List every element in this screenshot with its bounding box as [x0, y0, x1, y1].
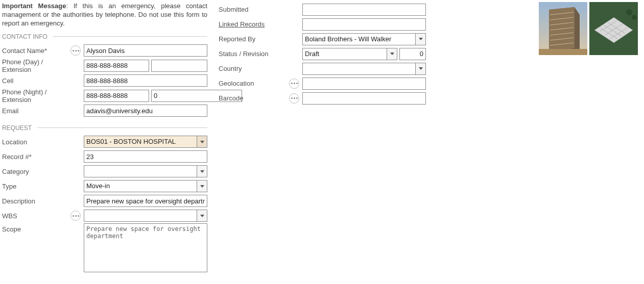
record-no-input[interactable] — [84, 150, 207, 163]
wbs-select-value — [84, 210, 197, 221]
geolocation-picker-button[interactable] — [289, 79, 299, 89]
label-description: Description — [2, 197, 67, 205]
label-geolocation: Geolocation — [219, 80, 286, 87]
chevron-down-icon[interactable] — [415, 34, 425, 45]
contact-name-picker-button[interactable] — [70, 45, 81, 56]
label-barcode: Barcode — [219, 94, 286, 102]
label-country: Country — [219, 65, 286, 72]
divider — [53, 36, 207, 37]
cell-input[interactable] — [84, 74, 207, 87]
svg-point-20 — [626, 9, 632, 15]
location-select[interactable]: BOS01 - BOSTON HOSPITAL — [84, 136, 207, 148]
section-request-label: REQUEST — [2, 124, 32, 132]
geolocation-input[interactable] — [302, 78, 426, 90]
label-category: Category — [2, 168, 67, 175]
thumbnail-floorplan[interactable] — [589, 2, 638, 55]
label-scope: Scope — [2, 223, 67, 233]
important-message-label: Important Message — [2, 2, 66, 10]
divider — [37, 127, 207, 128]
email-input[interactable] — [84, 105, 207, 117]
label-record-no: Record #* — [2, 153, 67, 161]
phone-day-ext-input[interactable] — [151, 60, 207, 72]
label-type: Type — [2, 183, 67, 190]
label-phone-day: Phone (Day) / Extension — [2, 58, 67, 73]
country-select[interactable] — [302, 63, 426, 75]
thumbnail-building[interactable] — [539, 2, 587, 55]
chevron-down-icon[interactable] — [197, 136, 207, 147]
label-reported-by: Reported By — [219, 35, 286, 43]
chevron-down-icon[interactable] — [197, 210, 207, 221]
chevron-down-icon[interactable] — [387, 48, 397, 60]
reported-by-value: Boland Brothers - Will Walker — [303, 34, 415, 45]
svg-marker-2 — [549, 7, 575, 53]
label-linked-records[interactable]: Linked Records — [219, 20, 286, 28]
linked-records-input — [302, 18, 426, 31]
section-contact-info: CONTACT INFO — [2, 33, 207, 40]
barcode-picker-button[interactable] — [289, 93, 299, 104]
label-contact-name: Contact Name* — [2, 47, 67, 55]
reported-by-select[interactable]: Boland Brothers - Will Walker — [302, 33, 426, 45]
label-email: Email — [2, 107, 67, 115]
wbs-select[interactable] — [84, 210, 207, 222]
section-request: REQUEST — [2, 124, 207, 132]
svg-rect-10 — [539, 49, 587, 55]
category-select-value — [84, 166, 197, 177]
type-select[interactable]: Move-in — [84, 180, 207, 192]
chevron-down-icon[interactable] — [197, 180, 207, 192]
label-location: Location — [2, 138, 67, 146]
status-select[interactable]: Draft — [302, 48, 397, 60]
barcode-input[interactable] — [302, 92, 426, 105]
chevron-down-icon[interactable] — [415, 63, 425, 74]
phone-day-input[interactable] — [84, 60, 149, 72]
svg-point-21 — [632, 15, 637, 20]
submitted-input — [302, 4, 426, 16]
description-input[interactable] — [84, 195, 207, 207]
label-submitted: Submitted — [219, 6, 286, 13]
label-cell: Cell — [2, 77, 67, 85]
location-select-value: BOS01 - BOSTON HOSPITAL — [84, 136, 197, 147]
type-select-value: Move-in — [84, 180, 197, 192]
phone-night-input[interactable] — [84, 90, 149, 102]
label-phone-night: Phone (Night) / Extension — [2, 88, 67, 104]
contact-name-input[interactable] — [84, 44, 207, 57]
label-status-revision: Status / Revision — [219, 50, 286, 58]
country-value — [303, 63, 415, 74]
wbs-picker-button[interactable] — [70, 211, 81, 221]
important-message: Important Message: If this is an emergen… — [2, 2, 207, 28]
revision-input[interactable] — [399, 48, 426, 60]
category-select[interactable] — [84, 165, 207, 177]
scope-textarea[interactable] — [84, 223, 207, 272]
label-wbs: WBS — [2, 212, 67, 220]
chevron-down-icon[interactable] — [197, 166, 207, 177]
status-value: Draft — [303, 48, 387, 60]
section-contact-info-label: CONTACT INFO — [2, 33, 47, 40]
